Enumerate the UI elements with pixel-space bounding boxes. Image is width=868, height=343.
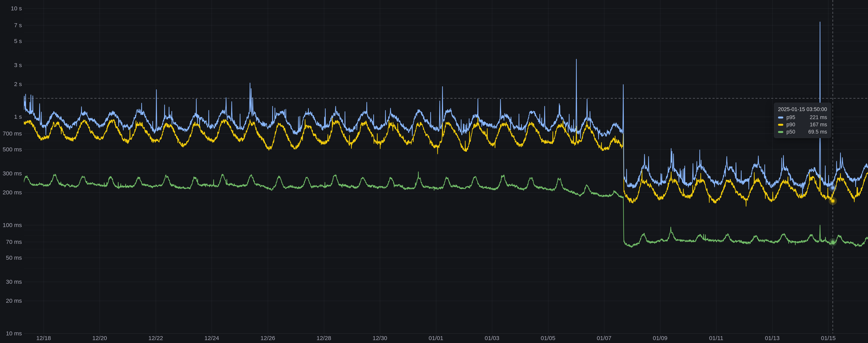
tooltip-rows: p95221 msp90167 msp5069.5 ms	[778, 114, 827, 135]
series-color-swatch	[778, 131, 783, 133]
y-tick-label: 70 ms	[0, 239, 22, 245]
series-name: p50	[786, 129, 795, 135]
x-tick-label: 12/18	[24, 335, 63, 341]
y-tick-label: 20 ms	[0, 298, 22, 304]
y-tick-label: 200 ms	[0, 189, 22, 195]
x-tick-label: 01/01	[416, 335, 456, 341]
y-tick-label: 300 ms	[0, 170, 22, 177]
y-tick-label: 30 ms	[0, 279, 22, 285]
series-value: 69.5 ms	[808, 129, 827, 135]
y-tick-label: 2 s	[0, 81, 22, 87]
series-name: p90	[786, 122, 795, 128]
tooltip-row: p95221 ms	[778, 114, 827, 121]
x-tick-label: 12/20	[80, 335, 119, 341]
chart-canvas[interactable]	[0, 0, 868, 343]
y-tick-label: 5 s	[0, 38, 22, 44]
y-tick-label: 7 s	[0, 22, 22, 28]
y-axis-labels: 10 s7 s5 s3 s2 s1 s700 ms500 ms300 ms200…	[0, 0, 24, 343]
grafana-latency-panel: { "panel": { "background": "#131519", "g…	[0, 0, 868, 343]
x-tick-label: 12/24	[192, 335, 231, 341]
series-value: 167 ms	[810, 122, 827, 128]
x-tick-label: 01/03	[472, 335, 512, 341]
y-tick-label: 10 s	[0, 5, 22, 11]
y-tick-label: 1 s	[0, 114, 22, 120]
hover-tooltip: 2025-01-15 03:50:00 p95221 msp90167 msp5…	[774, 103, 831, 138]
tooltip-timestamp: 2025-01-15 03:50:00	[778, 105, 827, 113]
y-tick-label: 3 s	[0, 62, 22, 68]
latency-chart-panel: 10 s7 s5 s3 s2 s1 s700 ms500 ms300 ms200…	[0, 0, 868, 343]
series-value: 221 ms	[810, 115, 827, 121]
tooltip-row: p90167 ms	[778, 121, 827, 128]
y-tick-label: 100 ms	[0, 222, 22, 228]
y-tick-label: 10 ms	[0, 331, 22, 336]
x-tick-label: 01/13	[753, 335, 792, 341]
x-tick-label: 01/11	[696, 335, 736, 341]
x-tick-label: 12/26	[248, 335, 287, 341]
tooltip-row: p5069.5 ms	[778, 128, 827, 135]
y-tick-label: 50 ms	[0, 255, 22, 261]
x-tick-label: 12/30	[360, 335, 400, 341]
y-tick-label: 500 ms	[0, 147, 22, 152]
series-name: p95	[786, 115, 795, 121]
series-color-swatch	[778, 117, 783, 119]
x-tick-label: 12/22	[136, 335, 175, 341]
x-tick-label: 01/09	[641, 335, 680, 341]
y-tick-label: 700 ms	[0, 131, 22, 136]
x-tick-label: 01/15	[809, 335, 848, 341]
x-tick-label: 12/28	[304, 335, 343, 341]
x-tick-label: 01/05	[529, 335, 568, 341]
x-tick-label: 01/07	[585, 335, 624, 341]
series-color-swatch	[778, 124, 783, 126]
